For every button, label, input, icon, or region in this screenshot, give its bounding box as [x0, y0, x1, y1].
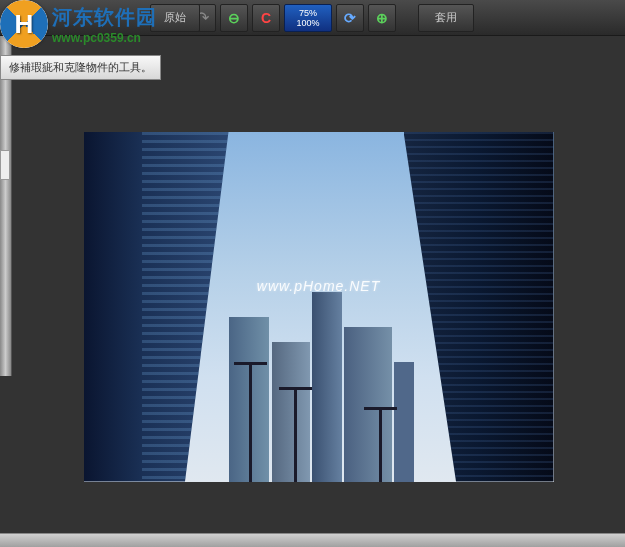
image-preview[interactable]: www.pHome.NET — [84, 132, 554, 482]
canvas-area: www.pHome.NET — [12, 36, 625, 547]
original-button[interactable]: 原始 — [150, 4, 200, 32]
rotate-icon: ⟳ — [344, 10, 356, 26]
rotate-button[interactable]: ⟳ — [336, 4, 364, 32]
zoom-level-display[interactable]: 75% 100% — [284, 4, 332, 32]
apply-button[interactable]: 套用 — [418, 4, 474, 32]
sidebar-tab[interactable] — [0, 150, 10, 180]
zoom-reset-icon: C — [261, 10, 271, 26]
horizontal-scrollbar[interactable] — [0, 533, 625, 547]
zoom-bottom-value: 100% — [296, 18, 319, 28]
zoom-top-value: 75% — [299, 8, 317, 18]
image-watermark-text: www.pHome.NET — [257, 278, 380, 294]
tooltip: 修補瑕疵和克隆物件的工具。 — [0, 55, 161, 80]
zoom-reset-button[interactable]: C — [252, 4, 280, 32]
toolbar: 原始 ↶ ↷ ⊖ C 75% 100% ⟳ ⊕ 套用 — [0, 0, 625, 36]
zoom-in-icon: ⊕ — [376, 10, 388, 26]
zoom-in-button[interactable]: ⊕ — [368, 4, 396, 32]
sidebar-left — [0, 36, 12, 376]
zoom-out-icon: ⊖ — [228, 10, 240, 26]
zoom-out-button[interactable]: ⊖ — [220, 4, 248, 32]
